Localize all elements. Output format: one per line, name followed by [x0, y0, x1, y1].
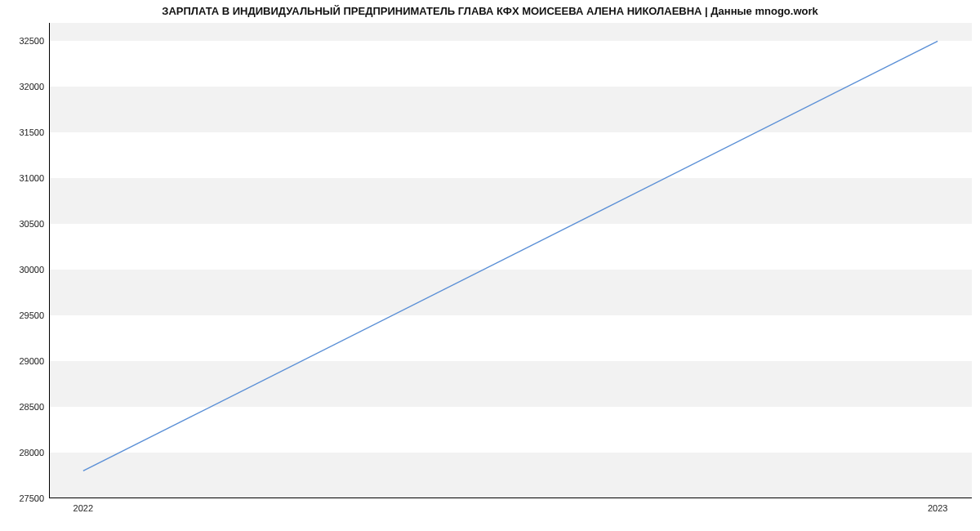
- plot-area: 2750028000285002900029500300003050031000…: [49, 23, 972, 498]
- y-tick-label: 29000: [19, 356, 44, 366]
- x-tick-label: 2023: [928, 503, 947, 513]
- y-tick-label: 28500: [19, 402, 44, 412]
- y-tick-label: 31500: [19, 127, 44, 137]
- y-axis-line: [49, 23, 50, 498]
- y-tick-label: 30500: [19, 219, 44, 229]
- y-tick-label: 28000: [19, 448, 44, 457]
- chart-container: ЗАРПЛАТА В ИНДИВИДУАЛЬНЫЙ ПРЕДПРИНИМАТЕЛ…: [0, 0, 980, 531]
- data-line: [83, 41, 938, 471]
- chart-title: ЗАРПЛАТА В ИНДИВИДУАЛЬНЫЙ ПРЕДПРИНИМАТЕЛ…: [0, 5, 980, 17]
- y-tick-label: 27500: [19, 493, 44, 503]
- y-tick-label: 31000: [19, 173, 44, 183]
- y-tick-label: 30000: [19, 265, 44, 274]
- line-layer: [49, 23, 972, 498]
- x-tick-label: 2022: [74, 503, 93, 513]
- x-axis-line: [49, 498, 972, 498]
- y-tick-label: 29500: [19, 310, 44, 320]
- y-tick-label: 32000: [19, 82, 44, 91]
- y-tick-label: 32500: [19, 36, 44, 46]
